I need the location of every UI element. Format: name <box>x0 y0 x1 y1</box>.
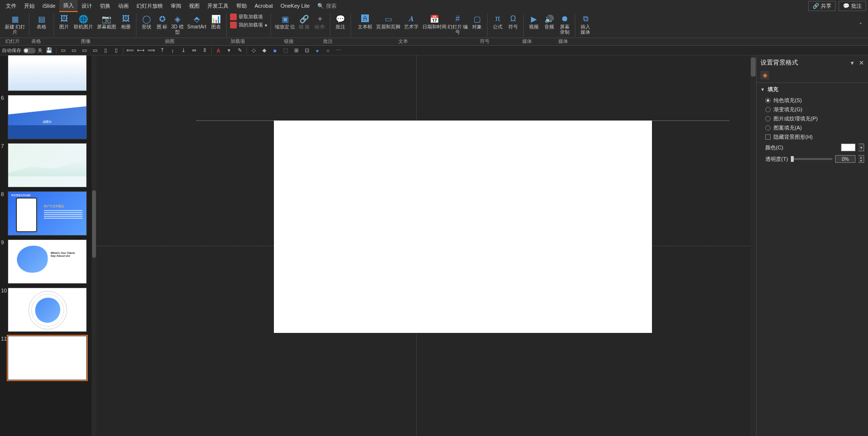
fill-section-header[interactable]: ▼ 填充 <box>760 86 864 93</box>
thumb-7[interactable]: 7 <box>0 142 96 190</box>
my-addins-button[interactable]: 我的加载项 ▾ <box>230 22 267 28</box>
transparency-spinner[interactable]: ▲▼ <box>858 155 864 163</box>
thumb-9[interactable]: 9 What's Our Client Say About Us! <box>0 238 96 287</box>
picture-button[interactable]: 🖼图片 <box>57 13 71 29</box>
menu-islide[interactable]: iSlide <box>39 1 59 11</box>
qat-misc-1[interactable]: ◇ <box>250 47 258 54</box>
datetime-button[interactable]: 📅日期和时间 <box>424 13 445 29</box>
thumbnail-scrollbar[interactable] <box>92 55 96 436</box>
menu-help[interactable]: 帮助 <box>232 0 251 12</box>
symbol-button[interactable]: Ω符号 <box>506 13 520 29</box>
menu-transitions[interactable]: 切换 <box>96 0 114 12</box>
color-swatch[interactable] <box>841 144 855 151</box>
zoom-button[interactable]: ▣缩放定 位 <box>274 13 296 29</box>
equation-button[interactable]: π公式 <box>491 13 504 29</box>
comments-button[interactable]: 💬 批注 <box>839 1 866 11</box>
get-addins-button[interactable]: 获取加载项 <box>230 13 267 20</box>
thumb-8[interactable]: 8 商家需要定制地图 商户主页和预定 <box>0 190 96 238</box>
share-button[interactable]: 🔗 共享 <box>808 1 836 11</box>
screenrec-button[interactable]: ⏺屏幕 录制 <box>558 13 571 35</box>
screenshot-button[interactable]: 📷屏幕截图 <box>96 13 117 29</box>
online-picture-button[interactable]: 🌐联机图片 <box>73 13 94 29</box>
ribbon-collapse[interactable]: ˄ <box>859 13 865 38</box>
menu-insert[interactable]: 插入 <box>59 0 78 12</box>
headerfooter-button[interactable]: ▭页眉和页脚 <box>378 13 399 29</box>
qat-btn-4[interactable]: ▭ <box>91 47 99 54</box>
thumb-5[interactable]: 5 <box>0 55 96 94</box>
transparency-slider[interactable] <box>791 158 832 160</box>
chart-button[interactable]: 📊图表 <box>209 13 223 29</box>
qat-misc-3[interactable]: ■ <box>271 47 279 54</box>
menu-file[interactable]: 文件 <box>2 0 20 12</box>
align-center-icon[interactable]: ⟷ <box>137 47 145 54</box>
align-middle-icon[interactable]: ↕ <box>169 47 176 54</box>
menu-slideshow[interactable]: 幻灯片放映 <box>133 0 167 12</box>
thumb-10[interactable]: 10 <box>0 287 96 335</box>
save-icon[interactable]: 💾 <box>45 47 53 54</box>
search-box[interactable]: 🔍 搜索 <box>317 2 337 10</box>
distribute-v-icon[interactable]: ⇕ <box>201 47 208 54</box>
qat-misc-4[interactable]: ⬚ <box>282 47 289 54</box>
menu-animations[interactable]: 动画 <box>114 0 133 12</box>
comment-button[interactable]: 💬批注 <box>334 13 347 29</box>
menu-devtools[interactable]: 开发工具 <box>203 0 232 12</box>
qat-btn-5[interactable]: ▯ <box>102 47 109 54</box>
canvas-scrollbar[interactable] <box>750 55 756 436</box>
thumb-6[interactable]: 6 画面外 画面内 <box>0 94 96 142</box>
panel-close-icon[interactable]: ✕ <box>859 59 864 66</box>
audio-button[interactable]: 🔊音频 <box>542 13 556 29</box>
qat-misc-2[interactable]: ◆ <box>260 47 268 54</box>
menu-home[interactable]: 开始 <box>20 0 39 12</box>
qat-btn-2[interactable]: ▭ <box>70 47 78 54</box>
textbox-button[interactable]: 🅰文本框 <box>354 13 376 29</box>
qat-more-icon[interactable]: ⋯ <box>335 47 342 54</box>
menu-design[interactable]: 设计 <box>78 0 96 12</box>
qat-btn-6[interactable]: ▯ <box>112 47 120 54</box>
slide-canvas[interactable] <box>274 120 652 333</box>
qat-btn-3[interactable]: ▭ <box>81 47 88 54</box>
smartart-button[interactable]: ⬘SmartArt <box>186 13 207 29</box>
menu-onekey[interactable]: OneKey Lite <box>277 1 314 11</box>
table-button[interactable]: ▤表格 <box>33 13 50 29</box>
video-button[interactable]: ▶视频 <box>527 13 541 29</box>
icons-button[interactable]: ✪图 标 <box>155 13 169 29</box>
thumb-11[interactable]: 11 <box>0 335 96 383</box>
link-button[interactable]: 🔗链 接 <box>298 13 311 29</box>
shapes-button[interactable]: ◯形状 <box>140 13 153 29</box>
distribute-h-icon[interactable]: ⇔ <box>190 47 198 54</box>
align-top-icon[interactable]: ⤒ <box>158 47 166 54</box>
transparency-value[interactable]: 0% <box>835 155 855 163</box>
menu-view[interactable]: 视图 <box>185 0 203 12</box>
fill-category-icon[interactable]: ◆ <box>760 71 769 79</box>
qat-misc-7[interactable]: ● <box>313 47 321 54</box>
autosave-toggle[interactable]: 自动保存 关 <box>2 47 42 54</box>
picture-fill-option[interactable]: 图片或纹理填充(P) <box>760 114 864 123</box>
eyedropper-icon[interactable]: ✎ <box>236 47 244 54</box>
menu-acrobat[interactable]: Acrobat <box>251 1 277 11</box>
qat-misc-6[interactable]: ⊡ <box>303 47 311 54</box>
align-right-icon[interactable]: ⟹ <box>148 47 155 54</box>
3dmodel-button[interactable]: ◈3D 模型 <box>171 13 184 35</box>
action-button[interactable]: ✦动 作 <box>313 13 326 29</box>
color-dropdown-icon[interactable]: ▾ <box>858 144 864 151</box>
qat-btn-1[interactable]: ▭ <box>59 47 67 54</box>
object-button[interactable]: ▢对象 <box>470 13 484 29</box>
solid-fill-option[interactable]: 纯色填充(S) <box>760 96 864 105</box>
panel-menu-icon[interactable]: ▾ <box>851 59 854 66</box>
spinner-down-icon[interactable]: ▼ <box>858 159 864 162</box>
slidenumber-button[interactable]: #幻灯片 编号 <box>447 13 468 35</box>
slider-knob[interactable] <box>791 156 794 162</box>
qat-misc-5[interactable]: ⊞ <box>292 47 300 54</box>
new-slide-button[interactable]: ▦新建 幻灯片 <box>4 13 26 35</box>
qat-misc-8[interactable]: ○ <box>324 47 332 54</box>
menu-review[interactable]: 审阅 <box>167 0 185 12</box>
hide-bg-option[interactable]: 隐藏背景图形(H) <box>760 132 864 142</box>
insert-media-button[interactable]: ⧉插入 媒体 <box>579 13 592 35</box>
spinner-up-icon[interactable]: ▲ <box>858 156 864 159</box>
gradient-fill-option[interactable]: 渐变填充(G) <box>760 105 864 114</box>
canvas-scrollbar-handle[interactable] <box>751 57 756 77</box>
align-left-icon[interactable]: ⟸ <box>126 47 134 54</box>
album-button[interactable]: 🖼相册 <box>119 13 133 29</box>
align-bottom-icon[interactable]: ⤓ <box>179 47 187 54</box>
scrollbar-handle[interactable] <box>92 190 96 258</box>
